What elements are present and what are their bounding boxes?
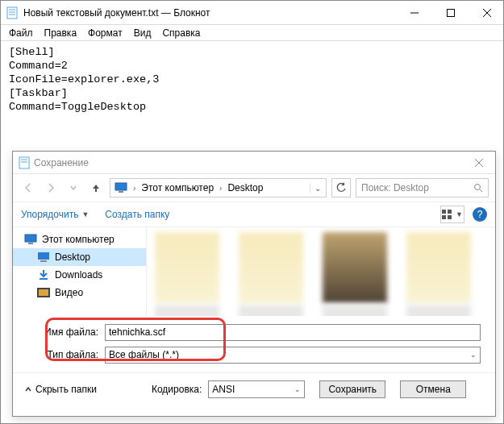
dialog-close-button[interactable]	[463, 152, 495, 174]
menu-format[interactable]: Формат	[88, 27, 123, 39]
form-area: Имя файла: Тип файла: Все файлы (*.*) ⌄	[13, 316, 495, 372]
hide-folders-link[interactable]: Скрыть папки	[24, 384, 97, 395]
svg-rect-27	[39, 289, 48, 296]
help-button[interactable]: ?	[473, 207, 487, 222]
dialog-toolbar: Упорядочить▼ Создать папку ▼ ?	[13, 202, 495, 227]
minimize-button[interactable]	[396, 1, 432, 25]
menu-view[interactable]: Вид	[134, 27, 152, 39]
svg-rect-8	[19, 157, 29, 168]
maximize-button[interactable]	[432, 1, 469, 25]
search-input[interactable]: Поиск: Desktop	[356, 178, 489, 197]
svg-rect-23	[38, 252, 49, 260]
menu-help[interactable]: Справка	[162, 27, 200, 39]
svg-rect-19	[442, 215, 446, 219]
back-button[interactable]	[19, 179, 37, 197]
breadcrumb-folder[interactable]: Desktop	[225, 182, 265, 193]
pc-icon	[114, 181, 128, 195]
new-folder-button[interactable]: Создать папку	[105, 209, 169, 220]
filetype-label: Тип файла:	[27, 349, 105, 360]
notepad-title: Новый текстовый документ.txt — Блокнот	[23, 7, 396, 19]
file-thumbnail[interactable]	[406, 232, 471, 303]
pc-icon	[24, 233, 37, 246]
chevron-right-icon: ›	[216, 184, 225, 193]
encoding-label: Кодировка:	[152, 384, 202, 395]
svg-rect-13	[115, 183, 127, 190]
file-thumbnail[interactable]	[406, 305, 471, 316]
chevron-down-icon: ▼	[456, 210, 463, 218]
svg-rect-24	[40, 260, 47, 262]
cancel-button[interactable]: Отмена	[400, 380, 466, 398]
chevron-down-icon: ⌄	[470, 351, 477, 359]
file-thumbnail[interactable]	[239, 232, 303, 303]
svg-rect-14	[119, 191, 123, 193]
dialog-body: Этот компьютер Desktop Downloads Видео	[13, 227, 495, 316]
tree-item-video[interactable]: Видео	[13, 284, 146, 301]
file-thumbnail[interactable]	[155, 232, 219, 303]
save-dialog: Сохранение › Этот компьютер › Desktop ⌄ …	[12, 151, 496, 417]
breadcrumb-root[interactable]: Этот компьютер	[139, 182, 216, 193]
svg-rect-5	[447, 9, 454, 16]
notepad-content[interactable]: [Shell] Command=2 IconFile=explorer.exe,…	[1, 41, 504, 118]
dialog-title: Сохранение	[34, 157, 463, 168]
dialog-titlebar: Сохранение	[13, 152, 495, 174]
search-placeholder: Поиск: Desktop	[361, 182, 429, 193]
folder-tree: Этот компьютер Desktop Downloads Видео	[13, 227, 147, 316]
forward-button[interactable]	[42, 179, 60, 197]
svg-rect-0	[7, 7, 17, 19]
chevron-down-icon: ⌄	[294, 385, 301, 393]
breadcrumb-dropdown[interactable]: ⌄	[310, 184, 324, 193]
video-icon	[37, 286, 50, 299]
svg-rect-22	[28, 243, 33, 244]
menu-edit[interactable]: Правка	[44, 27, 77, 39]
save-button[interactable]: Сохранить	[319, 380, 385, 398]
file-thumbnail[interactable]	[323, 305, 387, 316]
filetype-select[interactable]: Все файлы (*.*) ⌄	[105, 347, 481, 364]
view-options-button[interactable]: ▼	[440, 206, 464, 223]
close-button[interactable]	[469, 1, 504, 25]
tree-item-pc[interactable]: Этот компьютер	[13, 231, 146, 248]
svg-point-15	[475, 185, 481, 190]
chevron-right-icon: ›	[130, 184, 139, 193]
recent-dropdown[interactable]	[65, 179, 82, 197]
file-list[interactable]	[147, 227, 495, 316]
encoding-select[interactable]: ANSI ⌄	[208, 380, 305, 398]
svg-line-16	[480, 189, 482, 192]
menu-file[interactable]: Файл	[9, 27, 33, 39]
desktop-icon	[37, 251, 50, 264]
chevron-up-icon	[24, 385, 32, 393]
file-thumbnail[interactable]	[239, 305, 303, 316]
notepad-titlebar: Новый текстовый документ.txt — Блокнот	[1, 1, 504, 25]
tree-item-downloads[interactable]: Downloads	[13, 266, 146, 284]
svg-rect-18	[448, 210, 452, 214]
up-button[interactable]	[87, 179, 105, 197]
tree-item-desktop[interactable]: Desktop	[13, 248, 146, 266]
organize-button[interactable]: Упорядочить▼	[21, 209, 89, 220]
svg-rect-20	[448, 215, 452, 219]
svg-rect-21	[25, 235, 36, 242]
search-icon	[473, 183, 483, 193]
notepad-menubar: Файл Правка Формат Вид Справка	[1, 25, 504, 41]
nav-row: › Этот компьютер › Desktop ⌄ Поиск: Desk…	[13, 174, 495, 202]
filename-input[interactable]	[105, 324, 481, 341]
file-thumbnail[interactable]	[155, 305, 219, 316]
filename-label: Имя файла:	[27, 326, 105, 338]
dialog-icon	[18, 156, 31, 169]
svg-rect-17	[442, 210, 446, 214]
file-thumbnail[interactable]	[323, 232, 387, 303]
breadcrumb[interactable]: › Этот компьютер › Desktop ⌄	[110, 178, 327, 197]
chevron-down-icon: ▼	[81, 210, 89, 218]
refresh-button[interactable]	[331, 178, 351, 197]
downloads-icon	[37, 268, 50, 281]
dialog-footer: Скрыть папки Кодировка: ANSI ⌄ Сохранить…	[13, 372, 495, 405]
notepad-icon	[6, 6, 19, 19]
